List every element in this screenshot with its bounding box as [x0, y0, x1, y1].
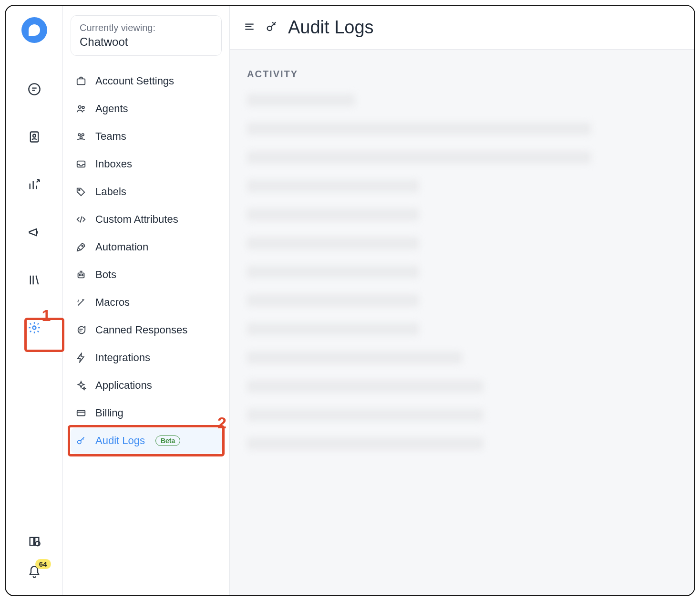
key-icon: [265, 20, 278, 35]
svg-point-16: [82, 275, 83, 276]
sidebar-item-custom[interactable]: Custom Attributes: [71, 207, 222, 232]
sidebar-item-label: Macros: [95, 296, 130, 309]
reports-icon[interactable]: [26, 176, 42, 193]
activity-row: [247, 352, 462, 364]
sidebar-item-label: Integrations: [95, 352, 150, 364]
sidebar-item-label: Bots: [95, 269, 116, 281]
sparkle-icon: [75, 380, 87, 391]
account-switcher-label: Currently viewing:: [80, 22, 213, 33]
svg-point-8: [78, 134, 81, 136]
sidebar-item-bots[interactable]: Bots: [71, 262, 222, 288]
sidebar-item-canned[interactable]: Canned Responses: [71, 317, 222, 343]
activity-row: [247, 237, 419, 249]
briefcase-icon: [75, 75, 87, 87]
sidebar-item-label: Teams: [95, 130, 126, 143]
svg-point-10: [80, 136, 82, 139]
conversations-icon[interactable]: [26, 81, 42, 97]
settings-icon[interactable]: [26, 320, 42, 336]
sidebar-item-billing[interactable]: Billing: [71, 400, 222, 426]
beta-badge: Beta: [155, 435, 180, 446]
activity-row: [247, 208, 419, 221]
annotation-box-2: [68, 425, 225, 456]
robot-icon: [75, 269, 87, 280]
wand-icon: [75, 297, 87, 308]
sidebar-item-label: Billing: [95, 407, 124, 419]
account-switcher[interactable]: Currently viewing: Chatwoot: [71, 15, 222, 56]
sidebar-item-label: Automation: [95, 241, 148, 253]
svg-point-9: [82, 134, 84, 136]
menu-toggle-icon[interactable]: [243, 21, 256, 35]
svg-point-15: [79, 275, 81, 276]
svg-point-6: [79, 106, 82, 109]
app-window: 1 64 Currently viewing: Chatwoot Account…: [5, 5, 695, 596]
chat-icon: [75, 324, 87, 336]
sidebar-item-macros[interactable]: Macros: [71, 290, 222, 315]
tag-icon: [75, 186, 87, 197]
sidebar-item-inboxes[interactable]: Inboxes: [71, 151, 222, 177]
content-area: ACTIVITY: [230, 50, 694, 469]
people-icon: [75, 103, 87, 114]
activity-row: [247, 323, 419, 335]
svg-point-2: [33, 135, 36, 137]
sidebar-item-automation[interactable]: Automation: [71, 234, 222, 260]
activity-row: [247, 123, 591, 135]
activity-row: [247, 94, 355, 106]
svg-point-12: [79, 189, 80, 191]
annotation-number-1: 1: [42, 306, 51, 325]
sidebar-item-labels[interactable]: Labels: [71, 179, 222, 205]
inbox-icon: [75, 158, 87, 170]
activity-heading: ACTIVITY: [247, 69, 677, 80]
page-header: Audit Logs: [230, 6, 694, 50]
activity-row: [247, 266, 419, 278]
activity-row: [247, 180, 419, 192]
sidebar-item-label: Custom Attributes: [95, 213, 178, 226]
svg-rect-17: [77, 411, 85, 416]
account-switcher-value: Chatwoot: [80, 35, 213, 49]
activity-row: [247, 437, 484, 450]
settings-sidebar: Currently viewing: Chatwoot Account Sett…: [63, 6, 230, 595]
sidebar-item-teams[interactable]: Teams: [71, 124, 222, 149]
notification-badge: 64: [35, 559, 51, 569]
card-icon: [75, 407, 87, 419]
sidebar-item-label: Inboxes: [95, 158, 132, 170]
svg-point-13: [82, 245, 83, 247]
sidebar-item-applications[interactable]: Applications: [71, 373, 222, 398]
svg-rect-5: [77, 79, 85, 84]
sidebar-item-account[interactable]: Account Settings: [71, 68, 222, 94]
page-title: Audit Logs: [288, 17, 374, 38]
activity-row: [247, 409, 484, 421]
sidebar-item-integrations[interactable]: Integrations: [71, 345, 222, 371]
activity-list: [247, 94, 677, 450]
sidebar-item-label: Account Settings: [95, 75, 174, 87]
campaigns-icon[interactable]: [26, 224, 42, 240]
contacts-icon[interactable]: [26, 129, 42, 145]
sidebar-item-agents[interactable]: Agents: [71, 96, 222, 122]
svg-point-3: [32, 326, 36, 330]
settings-menu: Account SettingsAgentsTeamsInboxesLabels…: [71, 68, 222, 454]
key-icon: [75, 435, 87, 446]
main-panel: Audit Logs ACTIVITY: [230, 6, 694, 595]
sidebar-item-label: Labels: [95, 186, 126, 198]
primary-nav-rail: 1 64: [6, 6, 63, 595]
app-logo[interactable]: [21, 17, 47, 43]
notifications-icon[interactable]: 64: [26, 564, 42, 580]
activity-row: [247, 151, 591, 164]
sidebar-item-label: Canned Responses: [95, 324, 187, 336]
library-icon[interactable]: [26, 272, 42, 288]
docs-icon[interactable]: [26, 533, 42, 549]
sidebar-item-label: Applications: [95, 379, 152, 392]
sidebar-item-audit[interactable]: Audit LogsBeta2: [71, 428, 222, 454]
sidebar-item-label: Agents: [95, 103, 128, 115]
annotation-number-2: 2: [217, 414, 226, 432]
activity-row: [247, 294, 419, 307]
bolt-icon: [75, 352, 87, 363]
svg-point-7: [82, 106, 84, 109]
sidebar-item-label: Audit Logs: [95, 435, 145, 447]
activity-row: [247, 380, 484, 393]
svg-point-18: [78, 440, 81, 444]
svg-point-0: [29, 83, 40, 94]
code-icon: [75, 214, 87, 225]
svg-point-19: [268, 26, 272, 30]
group-icon: [75, 131, 87, 142]
rocket-icon: [75, 241, 87, 253]
